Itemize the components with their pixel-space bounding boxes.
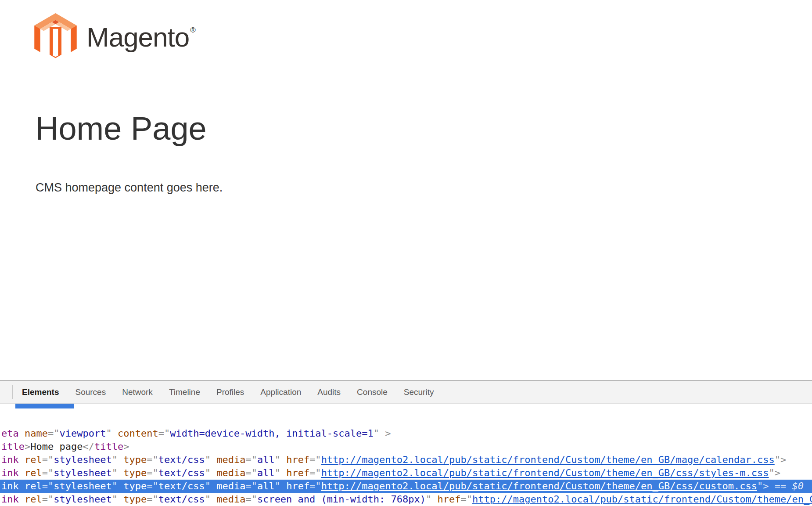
devtools-toolbar: ElementsSourcesNetworkTimelineProfilesAp… xyxy=(0,381,812,404)
tab-elements[interactable]: Elements xyxy=(22,387,59,397)
tab-console[interactable]: Console xyxy=(357,387,388,397)
toolbar-divider xyxy=(12,385,13,399)
resource-link[interactable]: http://magento2.local/pub/static/fronten… xyxy=(321,481,757,492)
devtools-tabs: ElementsSourcesNetworkTimelineProfilesAp… xyxy=(22,387,434,397)
page: Magento® Home Page CMS homepage content … xyxy=(0,0,812,506)
page-title: Home Page xyxy=(35,110,207,147)
text-selection-highlight xyxy=(15,404,74,408)
code-line[interactable]: ink rel="stylesheet" type="text/css" med… xyxy=(0,453,812,466)
tab-network[interactable]: Network xyxy=(122,387,153,397)
code-line[interactable]: ink rel="stylesheet" type="text/css" med… xyxy=(0,493,812,506)
code-line-selected[interactable]: ink rel="stylesheet" type="text/css" med… xyxy=(0,480,812,493)
code-line[interactable]: itle>Home page</title> xyxy=(0,440,812,453)
resource-link[interactable]: http://magento2.local/pub/static/fronten… xyxy=(321,467,769,478)
devtools-panel: ElementsSourcesNetworkTimelineProfilesAp… xyxy=(0,380,812,506)
tab-security[interactable]: Security xyxy=(404,387,434,397)
magento-logo-icon xyxy=(34,13,77,61)
registered-mark: ® xyxy=(190,26,195,34)
code-line[interactable]: eta name="viewport" content="width=devic… xyxy=(0,427,812,440)
tab-sources[interactable]: Sources xyxy=(75,387,106,397)
tab-audits[interactable]: Audits xyxy=(317,387,341,397)
tab-profiles[interactable]: Profiles xyxy=(216,387,244,397)
elements-tree: eta name="viewport" content="width=devic… xyxy=(0,427,812,506)
tab-timeline[interactable]: Timeline xyxy=(169,387,200,397)
code-line[interactable]: ink rel="stylesheet" type="text/css" med… xyxy=(0,466,812,480)
cms-content-text: CMS homepage content goes here. xyxy=(36,181,223,195)
resource-link[interactable]: http://magento2.local/pub/static/fronten… xyxy=(472,494,812,505)
magento-logo[interactable]: Magento® xyxy=(34,13,195,61)
devtools-code[interactable]: eta name="viewport" content="width=devic… xyxy=(0,404,812,506)
tab-application[interactable]: Application xyxy=(260,387,301,397)
magento-wordmark: Magento® xyxy=(86,24,195,51)
resource-link[interactable]: http://magento2.local/pub/static/fronten… xyxy=(321,454,775,465)
